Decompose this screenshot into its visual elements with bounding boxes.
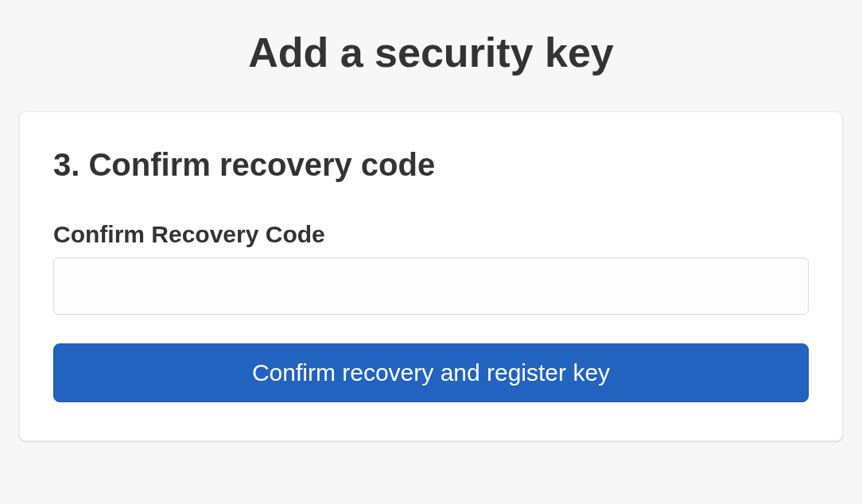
step-heading: 3. Confirm recovery code — [53, 147, 809, 183]
confirm-register-button[interactable]: Confirm recovery and register key — [53, 343, 809, 402]
step-card: 3. Confirm recovery code Confirm Recover… — [19, 111, 843, 441]
page-title: Add a security key — [0, 0, 862, 111]
recovery-code-label: Confirm Recovery Code — [53, 221, 809, 248]
recovery-code-input[interactable] — [53, 258, 809, 315]
